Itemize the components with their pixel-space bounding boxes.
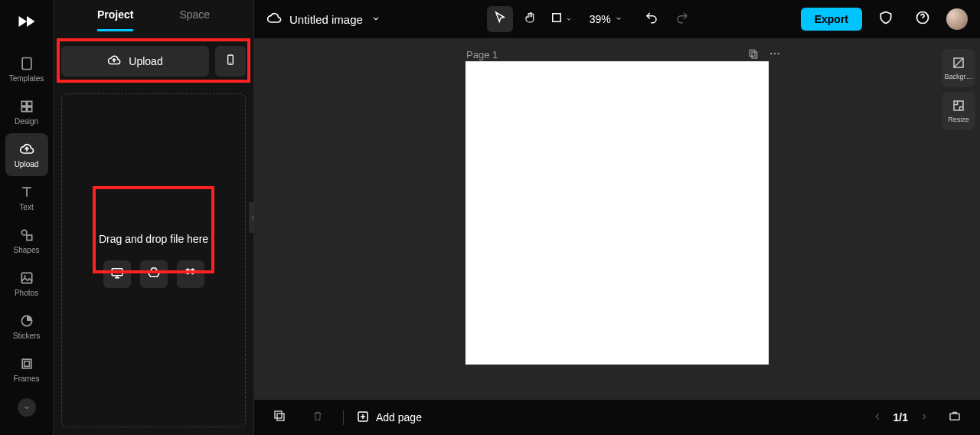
resize-icon bbox=[952, 99, 965, 114]
history-tools bbox=[639, 6, 695, 32]
main-area: Untitled image 39% bbox=[254, 0, 980, 435]
panel-tabs: Project Space bbox=[54, 0, 253, 38]
nav-label: Upload bbox=[15, 160, 39, 168]
divider bbox=[343, 410, 344, 425]
mobile-upload-button[interactable] bbox=[215, 46, 246, 77]
pager-value: 1/1 bbox=[893, 411, 908, 424]
zoom-value: 39% bbox=[590, 13, 611, 25]
help-button[interactable] bbox=[910, 6, 936, 32]
svg-rect-21 bbox=[277, 414, 284, 420]
cloud-upload-icon bbox=[107, 54, 121, 70]
canvas-area[interactable]: Page 1 Backgr… Resize bbox=[254, 38, 980, 400]
help-icon bbox=[915, 10, 930, 28]
background-button[interactable]: Backgr… bbox=[942, 49, 975, 87]
from-computer-button[interactable] bbox=[103, 260, 131, 288]
drop-area[interactable]: Drag and drop file here bbox=[61, 93, 246, 427]
avatar[interactable] bbox=[946, 8, 968, 30]
svg-point-16 bbox=[774, 53, 776, 54]
cloud-icon bbox=[266, 11, 282, 28]
nav-label: Frames bbox=[14, 374, 40, 383]
hand-icon bbox=[524, 11, 537, 28]
undo-icon bbox=[645, 11, 658, 28]
side-panel: Project Space Upload Drag and drop file … bbox=[54, 0, 254, 435]
select-tool[interactable] bbox=[487, 6, 513, 32]
svg-rect-19 bbox=[954, 101, 963, 110]
svg-point-9 bbox=[230, 62, 230, 63]
trash-icon bbox=[312, 410, 324, 425]
shield-icon bbox=[878, 10, 893, 28]
redo-button[interactable] bbox=[669, 6, 695, 32]
phone-icon bbox=[224, 54, 237, 69]
from-dropbox-button[interactable] bbox=[177, 260, 204, 288]
dropbox-icon bbox=[184, 266, 198, 283]
svg-rect-7 bbox=[24, 361, 29, 366]
nav-upload[interactable]: Upload bbox=[5, 133, 48, 176]
tab-project[interactable]: Project bbox=[97, 8, 133, 30]
svg-point-1 bbox=[21, 230, 27, 235]
nav-templates[interactable]: Templates bbox=[5, 47, 48, 90]
export-label: Export bbox=[815, 13, 848, 25]
present-button[interactable] bbox=[942, 404, 968, 430]
nav-frames[interactable]: Frames bbox=[5, 348, 48, 391]
add-page-icon bbox=[356, 410, 370, 426]
pager: 1/1 bbox=[872, 411, 929, 424]
redo-icon bbox=[675, 11, 689, 28]
background-icon bbox=[952, 56, 965, 71]
next-page-button[interactable] bbox=[919, 411, 929, 424]
page-more-button[interactable] bbox=[769, 47, 781, 63]
layers-button[interactable] bbox=[266, 404, 292, 430]
nav-stickers[interactable]: Stickers bbox=[5, 305, 48, 348]
google-drive-icon bbox=[147, 266, 161, 283]
add-page-label: Add page bbox=[376, 411, 422, 424]
app-logo[interactable] bbox=[15, 9, 39, 34]
page-actions bbox=[747, 47, 781, 63]
tab-space[interactable]: Space bbox=[179, 8, 210, 30]
upload-button[interactable]: Upload bbox=[61, 46, 209, 77]
svg-rect-2 bbox=[27, 235, 32, 240]
nav-label: Photos bbox=[15, 289, 38, 297]
nav-text[interactable]: Text bbox=[5, 176, 48, 219]
page-label: Page 1 bbox=[466, 49, 498, 61]
zoom-control[interactable]: 39% bbox=[590, 13, 623, 25]
svg-rect-23 bbox=[950, 414, 959, 420]
nav-rail: Templates Design Upload Text Shapes Phot… bbox=[0, 0, 54, 435]
title-group[interactable]: Untitled image bbox=[266, 11, 381, 28]
nav-label: Design bbox=[15, 117, 38, 126]
upload-row: Upload bbox=[61, 46, 246, 77]
shield-button[interactable] bbox=[873, 6, 899, 32]
nav-label: Shapes bbox=[14, 246, 40, 254]
monitor-icon bbox=[110, 266, 124, 283]
artboard-icon bbox=[550, 11, 564, 28]
svg-rect-10 bbox=[112, 269, 122, 276]
nav-shapes[interactable]: Shapes bbox=[5, 219, 48, 262]
nav-label: Stickers bbox=[13, 332, 41, 340]
bottombar: Add page 1/1 bbox=[254, 400, 980, 435]
prev-page-button[interactable] bbox=[872, 411, 883, 424]
nav-photos[interactable]: Photos bbox=[5, 262, 48, 305]
canvas-page[interactable] bbox=[466, 61, 769, 365]
svg-rect-11 bbox=[553, 14, 561, 22]
briefcase-icon bbox=[948, 409, 962, 426]
nav-expand-button[interactable] bbox=[18, 398, 36, 417]
svg-point-17 bbox=[777, 53, 779, 54]
duplicate-page-button[interactable] bbox=[747, 47, 760, 63]
resize-button[interactable]: Resize bbox=[942, 92, 975, 130]
document-title: Untitled image bbox=[289, 13, 363, 26]
cursor-tools bbox=[487, 6, 574, 32]
topbar: Untitled image 39% bbox=[254, 0, 980, 38]
cursor-icon bbox=[493, 11, 507, 28]
hand-tool[interactable] bbox=[518, 6, 544, 32]
export-button[interactable]: Export bbox=[801, 8, 862, 31]
svg-rect-3 bbox=[21, 273, 31, 283]
from-drive-button[interactable] bbox=[140, 260, 168, 288]
nav-label: Text bbox=[19, 203, 33, 211]
artboard-tool[interactable] bbox=[548, 6, 574, 32]
nav-design[interactable]: Design bbox=[5, 90, 48, 133]
undo-button[interactable] bbox=[639, 6, 665, 32]
add-page-button[interactable]: Add page bbox=[356, 410, 422, 426]
svg-rect-0 bbox=[22, 57, 31, 69]
layers-icon bbox=[273, 409, 286, 426]
svg-point-4 bbox=[24, 275, 26, 277]
right-rail-label: Backgr… bbox=[944, 73, 972, 80]
delete-button[interactable] bbox=[305, 404, 331, 430]
